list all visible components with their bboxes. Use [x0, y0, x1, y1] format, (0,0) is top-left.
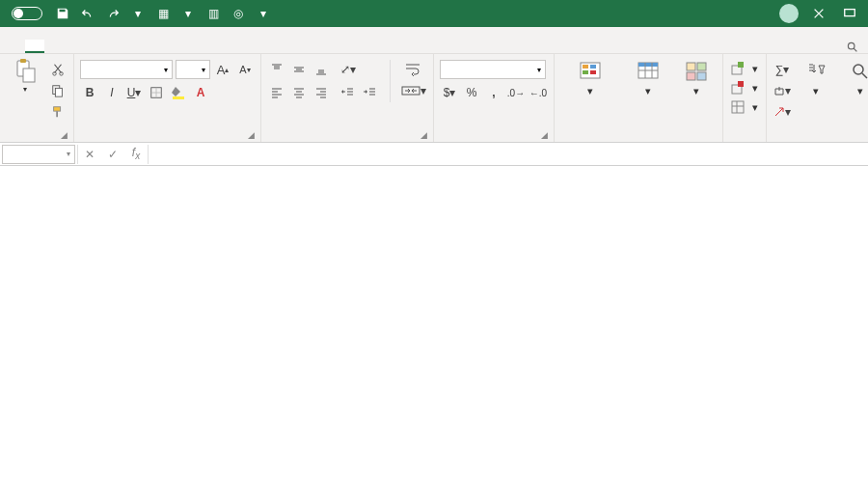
number-format-combo[interactable]: ▾: [440, 60, 546, 79]
formula-bar: ▾ ✕ ✓ fx: [0, 143, 868, 166]
svg-point-29: [854, 65, 863, 74]
border-icon[interactable]: [147, 83, 166, 102]
tab-pdfelement[interactable]: [237, 41, 257, 53]
tab-file[interactable]: [6, 41, 25, 53]
copy-icon[interactable]: [48, 81, 68, 100]
sort-filter-button[interactable]: ▾: [796, 60, 836, 97]
orientation-icon[interactable]: ⤢▾: [339, 60, 358, 79]
align-right-icon[interactable]: [312, 83, 331, 102]
format-cells-icon: [731, 100, 745, 114]
tab-data[interactable]: [122, 41, 141, 53]
clear-icon[interactable]: ▾: [773, 102, 792, 122]
paste-button[interactable]: ▾: [6, 60, 44, 94]
svg-rect-11: [173, 96, 184, 99]
cut-icon[interactable]: [48, 60, 68, 79]
ribbon-tabs: [0, 27, 868, 54]
increase-indent-icon[interactable]: [361, 83, 380, 102]
qat-icon-4[interactable]: ▥: [203, 3, 224, 24]
percent-format-icon[interactable]: %: [462, 83, 481, 102]
align-center-icon[interactable]: [289, 83, 309, 102]
autosave-switch[interactable]: [12, 7, 42, 20]
fill-color-icon[interactable]: [169, 83, 188, 102]
search-icon: [846, 41, 858, 53]
qat-icon-5[interactable]: ◎: [228, 3, 249, 24]
ribbon-group-editing: ∑▾ ▾ ▾ ▾ ▾: [767, 54, 868, 142]
svg-rect-9: [54, 107, 61, 111]
align-bottom-icon[interactable]: [312, 60, 331, 79]
decrease-font-icon[interactable]: A▾: [235, 60, 255, 79]
svg-rect-21: [697, 63, 706, 70]
align-middle-icon[interactable]: [289, 60, 309, 79]
conditional-formatting-button[interactable]: ▾: [560, 60, 620, 97]
dialog-launcher-icon[interactable]: ◢: [541, 130, 548, 140]
bold-icon[interactable]: B: [80, 83, 99, 102]
dialog-launcher-icon[interactable]: ◢: [248, 130, 255, 140]
conditional-formatting-icon: [579, 60, 602, 83]
increase-font-icon[interactable]: A▴: [213, 60, 232, 79]
delete-cells-icon: [731, 81, 745, 95]
save-icon[interactable]: [52, 3, 73, 24]
wrap-text-icon[interactable]: [400, 60, 427, 79]
tab-developer[interactable]: [199, 41, 218, 53]
title-bar: ▾ ▦ ▾ ▥ ◎ ▾: [0, 0, 868, 27]
autosave-toggle[interactable]: [8, 7, 42, 20]
italic-icon[interactable]: I: [102, 83, 122, 102]
format-as-table-button[interactable]: ▾: [624, 60, 672, 97]
font-color-icon[interactable]: A: [191, 83, 210, 102]
dialog-launcher-icon[interactable]: ◢: [61, 130, 68, 140]
delete-cells-button[interactable]: ▾: [729, 79, 760, 96]
qat-icon-2[interactable]: ▦: [152, 3, 174, 24]
svg-point-6: [60, 72, 64, 76]
enter-formula-icon[interactable]: ✓: [101, 145, 124, 164]
tab-insert[interactable]: [44, 41, 64, 53]
tab-page-layout[interactable]: [83, 41, 102, 53]
qat-icon-3[interactable]: ▾: [177, 3, 199, 24]
fx-icon[interactable]: fx: [124, 145, 148, 164]
format-painter-icon[interactable]: [48, 102, 68, 122]
chevron-down-icon: ▾: [23, 85, 27, 94]
decrease-indent-icon[interactable]: [339, 83, 358, 102]
increase-decimal-icon[interactable]: .0→: [506, 83, 526, 102]
tab-formulas[interactable]: [102, 41, 122, 53]
merge-center-icon[interactable]: ▾: [400, 81, 427, 100]
ribbon-group-cells: ▾ ▾ ▾: [723, 54, 767, 142]
font-size-combo[interactable]: ▾: [176, 60, 210, 79]
svg-rect-20: [687, 63, 695, 70]
insert-cells-button[interactable]: ▾: [729, 60, 760, 77]
align-top-icon[interactable]: [267, 60, 286, 79]
svg-rect-14: [583, 65, 588, 69]
tab-view[interactable]: [179, 41, 199, 53]
svg-rect-4: [23, 69, 35, 82]
font-name-combo[interactable]: ▾: [80, 60, 173, 79]
qat-icon-1[interactable]: ▾: [127, 3, 149, 24]
tab-home[interactable]: [25, 40, 44, 53]
find-select-button[interactable]: ▾: [840, 60, 868, 97]
align-left-icon[interactable]: [267, 83, 286, 102]
decrease-decimal-icon[interactable]: ←.0: [529, 83, 548, 102]
tab-review[interactable]: [160, 41, 179, 53]
format-cells-button[interactable]: ▾: [729, 98, 760, 116]
ribbon-group-font: ▾ ▾ A▴ A▾ B I U▾ A ◢: [74, 54, 261, 142]
ribbon-group-alignment: ⤢▾ ▾ ◢: [261, 54, 434, 142]
avatar[interactable]: [779, 4, 799, 23]
ribbon-display-icon[interactable]: [839, 3, 860, 24]
undo-icon[interactable]: [77, 3, 98, 24]
dialog-launcher-icon[interactable]: ◢: [420, 130, 427, 140]
qat-customize-icon[interactable]: ▾: [253, 3, 274, 24]
fill-icon[interactable]: ▾: [773, 81, 792, 100]
tab-draw[interactable]: [64, 41, 83, 53]
tab-timeline[interactable]: [141, 41, 160, 53]
tab-help[interactable]: [218, 41, 237, 53]
ribbon-options-icon[interactable]: [808, 3, 829, 24]
ribbon-group-clipboard: ▾ ◢: [0, 54, 74, 142]
accounting-format-icon[interactable]: $▾: [440, 83, 459, 102]
underline-icon[interactable]: U▾: [124, 83, 144, 102]
redo-icon[interactable]: [102, 3, 123, 24]
comma-format-icon[interactable]: ,: [484, 83, 503, 102]
tab-search[interactable]: [846, 41, 862, 53]
name-box[interactable]: ▾: [2, 145, 75, 164]
spreadsheet-grid[interactable]: [0, 166, 868, 185]
cancel-formula-icon[interactable]: ✕: [78, 145, 101, 164]
autosum-icon[interactable]: ∑▾: [773, 60, 792, 79]
cell-styles-button[interactable]: ▾: [676, 60, 717, 97]
